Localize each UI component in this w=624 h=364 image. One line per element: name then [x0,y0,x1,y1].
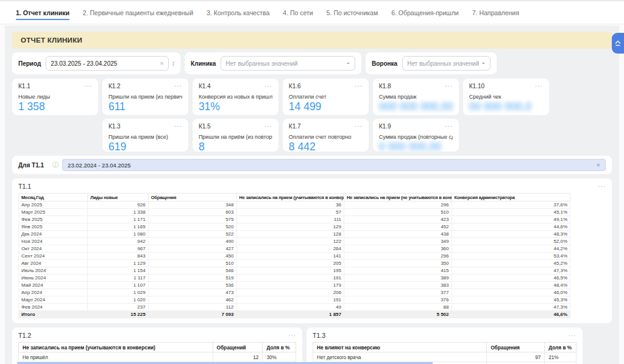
table-row: Сент 202484345014129653,4% [19,253,570,260]
side-panel-toggle-button[interactable] [612,33,624,54]
filter-row: Период 23.03.2025 - 23.04.2025 × ▴ ▾ Кли… [12,52,612,74]
row-label: Апр 2024 [19,289,88,296]
tab-1[interactable]: 1. Отчет клиники [16,1,69,24]
cell-value: 1 080 [88,231,149,238]
t11-filter-label: Для Т1.1 [18,162,44,169]
cell-value: 195 [236,267,344,275]
period-stepper[interactable]: ▴ ▾ [172,60,174,66]
cell-value: 128 [236,231,344,238]
kpi-value: 000 000 000,00 [379,100,453,113]
cell-value: 141 [236,253,344,260]
tab-7[interactable]: 7. Направления [472,1,519,24]
tab-2[interactable]: 2. Первичные пациенты ежедневный [83,1,193,24]
kpi-value: 14 499 [289,100,363,113]
table-row: Апр 20259263483629637,6% [19,201,570,209]
kpi-menu-dots-icon[interactable]: ··· [535,83,543,89]
kpi-menu-dots-icon[interactable]: ··· [174,124,182,130]
kpi-card-head: К1.9··· [379,123,453,130]
row-label: Апр 2025 [19,201,88,209]
cell-count: 97 [487,352,545,362]
cell-value: 967 [88,245,149,253]
cell-value: 57 [236,209,344,216]
cell-value: 349 [344,238,452,245]
info-icon[interactable]: ⓘ [52,161,58,169]
table-row: Янв 20251 16552012945244,6% [19,223,570,231]
period-date-input[interactable]: 23.03.2025 - 23.04.2025 × [46,56,168,71]
column-header: Лиды новые [88,194,149,201]
table-total-row: Итого15 2257 0931 8575 50246,6% [19,311,570,318]
table-row: Авг 20241 12951020535045,2% [19,260,570,267]
chevron-down-icon[interactable]: ⌄ [481,60,486,65]
panel-menu-dots-icon[interactable]: ··· [598,183,606,190]
report-title-banner: ОТЧЕТ КЛИНИКИ [12,32,612,49]
cell-value: 191 [236,275,344,282]
kpi-card-head: К1.1··· [18,83,92,89]
cell-value: 1 338 [88,209,149,216]
kpi-card-1-5: К1.5···Пришли на приём (из повторных, фа… [193,119,278,152]
cell-value: 47,3% [452,304,570,311]
kpi-menu-dots-icon[interactable]: ··· [355,83,363,89]
kpi-row-2: К1.3···Пришли на прием (все)619К1.5···Пр… [12,119,549,152]
chevron-down-icon[interactable]: ⌄ [346,60,350,65]
cell-value: 264 [236,245,344,253]
row-label: Авг 2024 [19,260,88,267]
cell-value: 15 225 [88,311,149,318]
t13-table: Не влияют на конверсиюОбращенияДоля в %Н… [313,342,576,364]
kpi-card-head: К1.10··· [469,83,543,89]
cell-value: 926 [88,201,149,209]
kpi-value: 31% [199,100,272,113]
tab-6[interactable]: 6. Обращения-пришли [391,1,459,24]
cell-value: 45,1% [452,209,570,216]
row-label: Июнь 2024 [19,275,88,282]
kpi-menu-dots-icon[interactable]: ··· [264,83,272,89]
table-row: Март 20241 02046219137645,3% [19,296,570,304]
stepper-down-icon[interactable]: ▾ [172,63,174,66]
kpi-menu-dots-icon[interactable]: ··· [355,124,363,130]
cell-value: 5 502 [344,311,452,318]
column-header: Обращений [213,343,263,352]
cell-value: 7 093 [148,311,236,318]
tab-3[interactable]: 3. Контроль качества [207,1,269,24]
kpi-id: К1.9 [379,123,391,130]
table-t12-panel: Т1.2 ··· Не записались на прием (учитыва… [12,327,302,364]
cell-value: 179 [236,282,344,289]
funnel-select[interactable]: Нет выбранных значений ⌄ [402,56,491,71]
clinic-filter: Клиника Нет выбранных значений ⌄ [185,52,361,74]
table-t13-panel: Т1.3 ··· Не влияют на конверсиюОбращения… [307,327,583,364]
kpi-menu-dots-icon[interactable]: ··· [445,83,453,89]
funnel-select-placeholder: Нет выбранных значений [407,60,479,67]
clinic-select[interactable]: Нет выбранных значений ⌄ [221,56,355,71]
tab-label: 3. Контроль качества [207,9,269,16]
t11-table: Месяц.ГодЛиды новыеОбращенияНе записалис… [18,193,570,318]
cell-value: 452 [344,223,452,231]
dashboard-content: ОТЧЕТ КЛИНИКИ Период 23.03.2025 - 23.04.… [5,26,619,364]
cell-value: 1 129 [88,260,149,267]
kpi-value: 611 [108,100,182,113]
kpi-id: К1.2 [108,83,121,89]
panel-menu-dots-icon[interactable]: ··· [569,332,576,339]
kpi-menu-dots-icon[interactable]: ··· [264,124,272,130]
kpi-menu-dots-icon[interactable]: ··· [84,83,92,89]
cell-value: 415 [344,267,452,275]
tab-4[interactable]: 4. По сети [283,1,313,24]
t11-date-input[interactable]: 23.02.2024 - 23.04.2025 × [62,159,606,171]
kpi-label: Пришли на приём (из повторных, факт) [199,134,272,140]
tab-label: 5. По источникам [327,9,378,16]
kpi-id: К1.4 [199,83,211,89]
clear-icon[interactable]: × [160,60,163,67]
kpi-menu-dots-icon[interactable]: ··· [445,124,453,130]
tab-5[interactable]: 5. По источникам [327,1,378,24]
cell-value: 348 [148,201,236,209]
cell-value: 46,5% [452,275,570,282]
kpi-card-1-1: К1.1···Новые лиды1 358 [12,79,98,115]
cell-count: 12 [213,352,263,362]
cell-value: 450 [148,253,236,260]
column-header: Доля в % [545,343,576,352]
clear-icon[interactable]: × [597,162,600,169]
kpi-menu-dots-icon[interactable]: ··· [174,83,182,89]
cell-value: 111 [236,216,344,223]
clinic-select-placeholder: Нет выбранных значений [225,60,297,67]
panel-menu-dots-icon[interactable]: ··· [288,332,296,339]
table-row: Ноя 202494249012234952,0% [19,238,570,245]
cell-value: 490 [148,238,236,245]
